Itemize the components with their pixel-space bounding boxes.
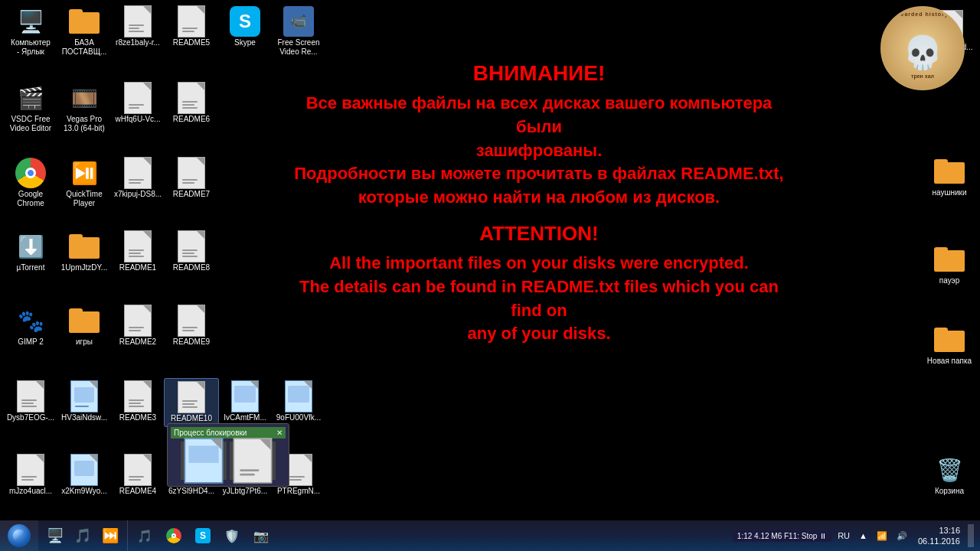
icon-vsdc[interactable]: 🎬 VSDC FreeVideo Editor	[3, 80, 58, 136]
media-player-quick-btn[interactable]: 🎵	[69, 522, 96, 549]
icon-r8ze[interactable]: r8ze1baly-r...	[110, 3, 165, 51]
icon-x2km[interactable]: x2Km9Wyo...	[57, 452, 112, 499]
watermark: bearded history 💀 трен хал	[880, 6, 972, 98]
icon-readme7[interactable]: README7	[164, 155, 219, 202]
icon-novaya-papka[interactable]: Новая папка	[922, 321, 977, 369]
icon-utorrent[interactable]: ⬇️ µTorrent	[3, 228, 58, 276]
doc-icon	[230, 381, 260, 412]
icon-file2[interactable]: mJzo4uacl...	[3, 452, 58, 499]
doc-icon	[122, 6, 153, 37]
tray-network-icon[interactable]: 📶	[874, 530, 890, 543]
watermark-skull-icon: 💀	[903, 34, 942, 71]
icon-label: QuickTimePlayer	[66, 190, 102, 208]
icon-label: Skype	[234, 38, 256, 47]
tray-status-text: 1:12 4.12 M6 F11: Stop ⏸	[733, 530, 831, 542]
icon-9ofu[interactable]: 9oFU00Vfk...	[271, 378, 326, 425]
icon-skype[interactable]: S Skype	[217, 3, 273, 51]
icon-folder-baza[interactable]: БАЗАПОСТАВЩ...	[57, 3, 112, 60]
folder-icon	[69, 6, 100, 37]
icon-label: игры	[76, 337, 93, 347]
icon-quicktime[interactable]: ⏯️ QuickTimePlayer	[57, 155, 112, 211]
folder-icon	[934, 244, 965, 275]
pause-icon[interactable]: ⏸	[819, 532, 827, 540]
icon-readme2[interactable]: README2	[110, 302, 165, 350]
icon-label: БАЗАПОСТАВЩ...	[62, 38, 107, 57]
doc-icon	[176, 83, 207, 113]
doc-icon	[15, 455, 46, 485]
icon-label: GIMP 2	[18, 337, 44, 347]
icon-hv3[interactable]: HV3aiNdsw...	[57, 378, 112, 425]
doc-icon	[176, 305, 207, 336]
icon-readme3[interactable]: README3	[110, 378, 165, 425]
icon-x7kipuj[interactable]: x7kipuj-DS8...	[110, 155, 165, 202]
start-orb-icon	[8, 524, 31, 547]
folder-icon	[69, 305, 100, 336]
icon-label: mJzo4uacl...	[9, 487, 52, 496]
popup-title: Процесс блокировки ✕	[171, 427, 286, 439]
icon-label: Компьютер- Ярлык	[11, 38, 51, 57]
doc-icon	[176, 158, 207, 188]
quicktime-icon: ⏯️	[69, 158, 100, 188]
icon-folder-igry[interactable]: игры	[57, 302, 112, 350]
ransom-body-ru: Все важные файлы на всех дисках вашего к…	[294, 92, 784, 210]
icon-label: README5	[173, 38, 210, 47]
icon-label: README4	[119, 487, 156, 496]
icon-label: Новая папка	[927, 357, 972, 366]
icon-readme5[interactable]: README5	[164, 3, 219, 51]
doc-icon	[69, 455, 100, 485]
doc-icon	[176, 231, 207, 262]
icon-label: yJLbtg7Pt6...	[223, 487, 267, 496]
show-desktop-button[interactable]: 🖥️	[41, 522, 69, 549]
doc-icon	[283, 381, 314, 412]
icon-label: README8	[173, 263, 210, 272]
taskbar-quick-launch: 🖥️ 🎵 ⏭️	[38, 520, 128, 551]
popup-title-text: Процесс блокировки	[174, 429, 247, 437]
icon-label: 9oFU00Vfk...	[276, 413, 321, 422]
icon-naushniki[interactable]: наушники	[922, 153, 977, 201]
doc-icon	[122, 158, 153, 188]
icon-chrome[interactable]: GoogleChrome	[3, 155, 58, 211]
icon-pauer[interactable]: пауэр	[922, 241, 977, 289]
tray-language[interactable]: RU	[835, 530, 853, 542]
popup-close-icon[interactable]: ✕	[276, 429, 283, 437]
icon-freescreen[interactable]: 📹 Free ScreenVideo Re...	[271, 3, 326, 60]
icon-label: wHfq6U-Vc...	[116, 115, 161, 124]
taskbar-app-kaspersky[interactable]: 🛡️	[218, 522, 246, 549]
icon-folder-1upm[interactable]: 1UpmJtzDY...	[57, 228, 112, 276]
icon-label: README2	[119, 337, 156, 347]
icon-file1[interactable]: Dysb7EOG-...	[3, 378, 58, 425]
icon-korzina[interactable]: 🗑️ Корзина	[922, 452, 977, 499]
icon-readme9[interactable]: README9	[164, 302, 219, 350]
icon-readme4[interactable]: README4	[110, 452, 165, 499]
taskbar-app-chrome[interactable]	[160, 522, 188, 549]
taskbar-app-screenrecorder[interactable]: 📷	[247, 522, 275, 549]
show-desktop-tray[interactable]	[968, 524, 974, 547]
icon-whfq[interactable]: wHfq6U-Vc...	[110, 80, 165, 127]
skype-icon: S	[230, 6, 260, 37]
icon-label: README10	[171, 414, 212, 423]
vegas-icon: 🎞️	[69, 83, 100, 113]
icon-readme1[interactable]: README1	[110, 228, 165, 276]
icon-label: 6zYSl9HD4...	[168, 487, 214, 496]
icon-chrome-label: GoogleChrome	[17, 190, 44, 208]
chrome-icon	[15, 158, 46, 188]
icon-readme10[interactable]: README10	[164, 378, 219, 427]
icon-gimp[interactable]: 🐾 GIMP 2	[3, 302, 58, 350]
media-player-quick-btn2[interactable]: ⏭️	[96, 522, 124, 549]
folder-icon	[934, 324, 965, 355]
icon-readme8[interactable]: README8	[164, 228, 219, 276]
start-button[interactable]	[0, 520, 38, 551]
tray-expand[interactable]: ▲	[856, 530, 871, 542]
taskbar-app-mediaplayer[interactable]: 🎵	[131, 522, 158, 549]
taskbar-app-skype[interactable]: S	[189, 522, 217, 549]
icon-label: пауэр	[939, 276, 959, 285]
tray-clock[interactable]: 13:16 06.11.2016	[913, 525, 965, 547]
icon-computer[interactable]: 🖥️ Компьютер- Ярлык	[3, 3, 58, 60]
icon-readme6[interactable]: README6	[164, 80, 219, 127]
icon-label: x2Km9Wyo...	[61, 487, 106, 496]
popup-thumb-1	[181, 442, 227, 480]
folder-icon	[69, 231, 100, 262]
tray-volume-icon[interactable]: 🔊	[893, 530, 910, 543]
icon-ivcamt[interactable]: IvCAmtFM...	[217, 378, 273, 425]
icon-vegas[interactable]: 🎞️ Vegas Pro13.0 (64-bit)	[57, 80, 112, 136]
